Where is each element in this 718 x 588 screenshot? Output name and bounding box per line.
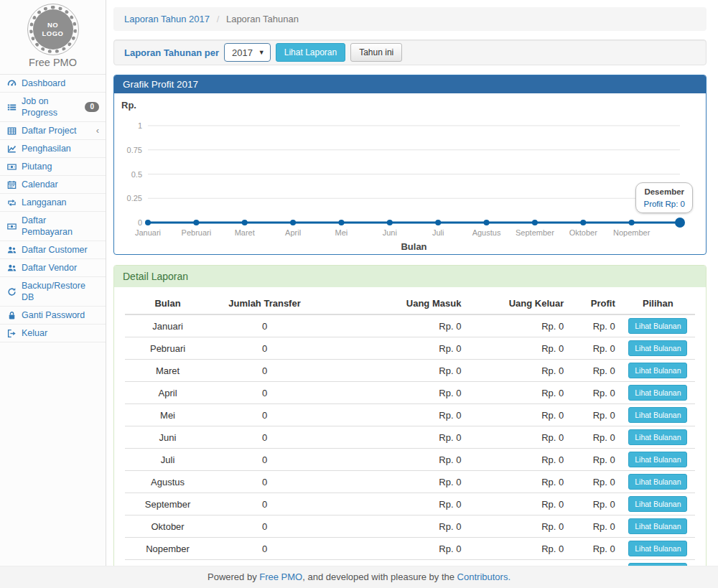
lihat-bulanan-button[interactable]: Lihat Bulanan bbox=[628, 407, 687, 423]
brand-section: NO LOGO Free PMO bbox=[0, 0, 106, 75]
cell-uang_masuk: Rp. 0 bbox=[319, 360, 467, 382]
sidebar-item-ganti-password[interactable]: Ganti Password bbox=[0, 307, 106, 325]
lihat-bulanan-button[interactable]: Lihat Bulanan bbox=[628, 318, 687, 334]
sidebar-item-backup-restore-db[interactable]: Backup/Restore DB bbox=[0, 277, 106, 307]
lihat-bulanan-button[interactable]: Lihat Bulanan bbox=[628, 363, 687, 378]
sidebar-item-calendar[interactable]: Calendar bbox=[0, 176, 106, 194]
cell-uang_keluar: Rp. 0 bbox=[467, 426, 569, 449]
cell-jumlah_transfer: 0 bbox=[210, 360, 319, 382]
detail-report-panel: Detail Laporan BulanJumlah TransferUang … bbox=[113, 265, 707, 588]
tooltip-value: Profit Rp: 0 bbox=[643, 198, 685, 210]
detail-panel-body: BulanJumlah TransferUang MasukUang Kelua… bbox=[114, 287, 706, 588]
sidebar-item-daftar-project[interactable]: Daftar Project‹ bbox=[0, 122, 106, 140]
table-row: Pebruari0Rp. 0Rp. 0Rp. 0Lihat Bulanan bbox=[125, 337, 695, 360]
cell-uang_keluar: Rp. 0 bbox=[467, 337, 569, 360]
brand-name: Free PMO bbox=[0, 57, 106, 68]
sidebar-item-job-on-progress[interactable]: Job on Progress0 bbox=[0, 93, 106, 122]
sidebar-item-keluar[interactable]: Keluar bbox=[0, 325, 106, 342]
svg-text:Rp.: Rp. bbox=[121, 100, 136, 111]
cell-pilihan: Lihat Bulanan bbox=[621, 493, 695, 515]
cell-uang_masuk: Rp. 0 bbox=[319, 404, 467, 426]
sidebar-item-dashboard[interactable]: Dashboard bbox=[0, 75, 106, 93]
lihat-bulanan-button[interactable]: Lihat Bulanan bbox=[628, 541, 687, 556]
calendar-icon bbox=[6, 179, 17, 190]
lihat-bulanan-button[interactable]: Lihat Bulanan bbox=[628, 452, 687, 467]
cell-bulan: Maret bbox=[125, 360, 210, 382]
sidebar-item-penghasilan[interactable]: Penghasilan bbox=[0, 140, 106, 158]
sidebar-item-label: Calendar bbox=[22, 179, 58, 190]
footer-text-prefix: Powered by bbox=[208, 571, 259, 582]
cell-jumlah_transfer: 0 bbox=[210, 426, 319, 449]
sidebar-item-label: Daftar Pembayaran bbox=[22, 215, 99, 238]
cell-uang_keluar: Rp. 0 bbox=[467, 360, 569, 382]
cell-profit: Rp. 0 bbox=[569, 515, 620, 538]
detail-panel-title: Detail Laporan bbox=[114, 266, 706, 287]
svg-text:Januari: Januari bbox=[135, 228, 161, 237]
cell-uang_masuk: Rp. 0 bbox=[319, 382, 467, 404]
sidebar-item-daftar-vendor[interactable]: Daftar Vendor bbox=[0, 259, 106, 277]
cell-uang_masuk: Rp. 0 bbox=[319, 314, 467, 337]
sidebar-item-label: Backup/Restore DB bbox=[22, 280, 99, 303]
table-icon bbox=[6, 126, 17, 136]
view-report-button[interactable]: Lihat Laporan bbox=[276, 43, 345, 62]
svg-text:0: 0 bbox=[138, 218, 142, 227]
year-select-value: 2017 bbox=[232, 47, 253, 58]
table-row: Agustus0Rp. 0Rp. 0Rp. 0Lihat Bulanan bbox=[125, 471, 695, 493]
breadcrumb-current: Laporan Tahunan bbox=[226, 14, 299, 24]
col-header-uang-masuk: Uang Masuk bbox=[319, 293, 467, 314]
table-header-row: BulanJumlah TransferUang MasukUang Kelua… bbox=[125, 293, 695, 314]
sidebar-item-label: Ganti Password bbox=[22, 309, 85, 321]
svg-text:Juni: Juni bbox=[383, 228, 397, 237]
sidebar-item-daftar-customer[interactable]: Daftar Customer bbox=[0, 241, 106, 259]
svg-text:Pebruari: Pebruari bbox=[182, 228, 212, 237]
cell-jumlah_transfer: 0 bbox=[210, 382, 319, 404]
chart-tooltip: Desember Profit Rp: 0 bbox=[635, 182, 693, 213]
col-header-pilihan: Pilihan bbox=[621, 293, 695, 314]
tooltip-month: Desember bbox=[643, 186, 685, 198]
app-logo: NO LOGO bbox=[33, 9, 73, 50]
cell-uang_keluar: Rp. 0 bbox=[467, 493, 569, 515]
lihat-bulanan-button[interactable]: Lihat Bulanan bbox=[628, 340, 687, 356]
cell-pilihan: Lihat Bulanan bbox=[621, 404, 695, 426]
cell-uang_masuk: Rp. 0 bbox=[319, 471, 467, 493]
footer-link-freepmo[interactable]: Free PMO bbox=[259, 571, 302, 582]
svg-text:1: 1 bbox=[138, 121, 142, 130]
cell-jumlah_transfer: 0 bbox=[210, 449, 319, 471]
logo-text: NO LOGO bbox=[42, 21, 65, 38]
lihat-bulanan-button[interactable]: Lihat Bulanan bbox=[628, 474, 687, 490]
main-content: Laporan Tahun 2017 / Laporan Tahunan Lap… bbox=[107, 0, 718, 566]
this-year-button[interactable]: Tahun ini bbox=[350, 43, 402, 62]
sidebar-item-daftar-pembayaran[interactable]: Daftar Pembayaran bbox=[0, 212, 106, 241]
money-icon bbox=[6, 221, 17, 231]
table-row: Juli0Rp. 0Rp. 0Rp. 0Lihat Bulanan bbox=[125, 449, 695, 471]
cell-bulan: Oktober bbox=[125, 515, 210, 538]
svg-text:0.5: 0.5 bbox=[131, 170, 142, 179]
col-header-jumlah-transfer: Jumlah Transfer bbox=[210, 293, 319, 314]
cell-bulan: April bbox=[125, 382, 210, 404]
sidebar-item-langganan[interactable]: Langganan bbox=[0, 194, 106, 212]
cell-pilihan: Lihat Bulanan bbox=[621, 314, 695, 337]
cell-profit: Rp. 0 bbox=[569, 337, 620, 360]
profit-chart-panel: Grafik Profit 2017 00.250.50.751Rp.Janua… bbox=[113, 75, 707, 255]
year-select[interactable]: 2017 ▼ bbox=[224, 43, 271, 62]
cell-uang_keluar: Rp. 0 bbox=[467, 449, 569, 471]
col-header-profit: Profit bbox=[569, 293, 620, 314]
cell-jumlah_transfer: 0 bbox=[210, 515, 319, 538]
cell-pilihan: Lihat Bulanan bbox=[621, 360, 695, 382]
col-header-uang-keluar: Uang Keluar bbox=[467, 293, 569, 314]
cell-uang_masuk: Rp. 0 bbox=[319, 515, 467, 538]
cell-bulan: Juli bbox=[125, 449, 210, 471]
cell-pilihan: Lihat Bulanan bbox=[621, 382, 695, 404]
lihat-bulanan-button[interactable]: Lihat Bulanan bbox=[628, 429, 687, 445]
table-row: September0Rp. 0Rp. 0Rp. 0Lihat Bulanan bbox=[125, 493, 695, 515]
breadcrumb-link[interactable]: Laporan Tahun 2017 bbox=[124, 14, 210, 24]
money-icon bbox=[6, 162, 17, 172]
sidebar-item-piutang[interactable]: Piutang bbox=[0, 158, 106, 176]
table-row: Maret0Rp. 0Rp. 0Rp. 0Lihat Bulanan bbox=[125, 360, 695, 382]
cell-profit: Rp. 0 bbox=[569, 538, 620, 560]
refresh-icon bbox=[6, 286, 17, 297]
lihat-bulanan-button[interactable]: Lihat Bulanan bbox=[628, 496, 687, 512]
footer-link-contributors[interactable]: Contributors. bbox=[457, 571, 510, 582]
lihat-bulanan-button[interactable]: Lihat Bulanan bbox=[628, 385, 687, 401]
lihat-bulanan-button[interactable]: Lihat Bulanan bbox=[628, 518, 687, 534]
